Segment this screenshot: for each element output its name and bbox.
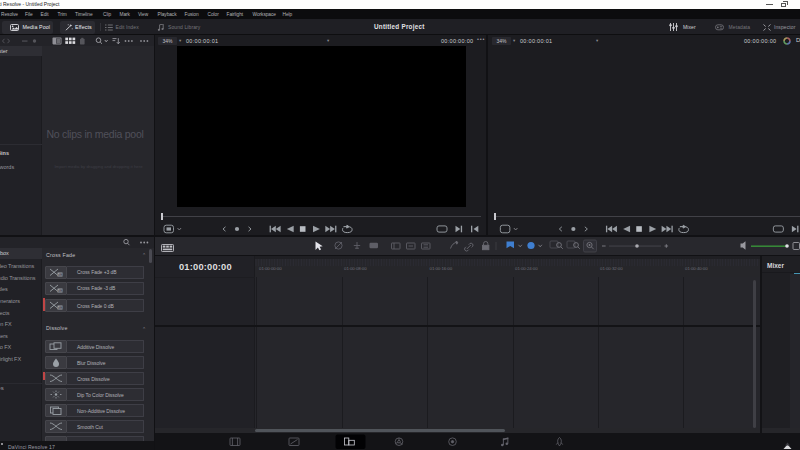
svg-text:dB: dB (58, 306, 63, 310)
svg-text:dB: dB (58, 273, 63, 277)
svg-text:dB: dB (58, 289, 63, 293)
